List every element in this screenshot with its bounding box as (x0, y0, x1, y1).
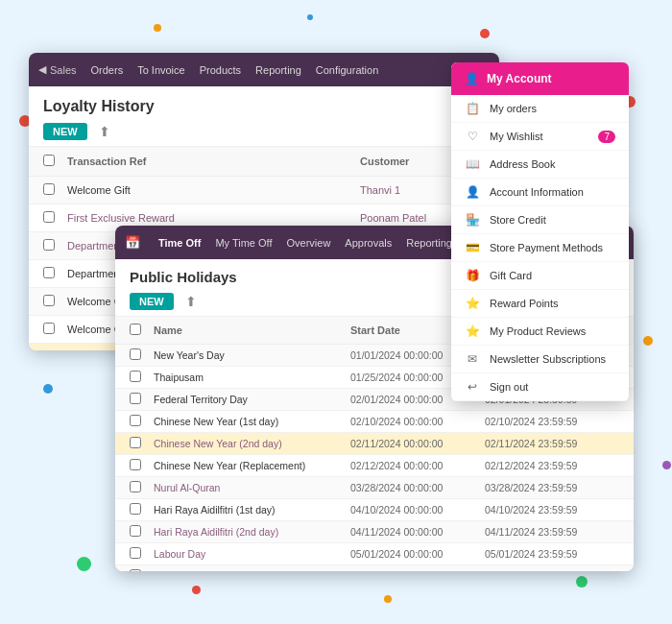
my-account-dropdown: 👤 My Account 📋 My orders ♡ My Wishlist 7… (451, 62, 629, 401)
holidays-select-all-checkbox[interactable] (130, 324, 141, 335)
nav-to-invoice[interactable]: To Invoice (137, 64, 185, 76)
loyalty-new-button[interactable]: NEW (43, 123, 87, 140)
nav-orders[interactable]: Orders (91, 64, 124, 76)
account-header: 👤 My Account (451, 62, 629, 95)
holiday-row-name[interactable]: Hari Raya Aidilfitri (2nd day) (154, 526, 350, 538)
account-menu-label: My orders (490, 103, 615, 114)
holiday-row-checkbox[interactable] (130, 569, 141, 571)
holiday-row-start: 04/11/2024 00:00:00 (350, 526, 485, 538)
holiday-row-checkbox[interactable] (130, 547, 141, 559)
account-menu-item[interactable]: ↩ Sign out (451, 373, 629, 401)
account-menu-item[interactable]: 💳 Store Payment Methods (451, 234, 629, 262)
account-menu-label: My Product Reviews (490, 325, 615, 337)
nav-back-button[interactable]: ◀ Sales (38, 63, 77, 76)
account-menu-item[interactable]: ✉ Newsletter Subscriptions (451, 346, 629, 373)
holiday-row-start: 03/28/2024 00:00:00 (350, 482, 485, 493)
holiday-table-row: Chinese New Year (1st day) 02/10/2024 00… (115, 411, 634, 433)
nav-timeoff-reporting[interactable]: Reporting (406, 237, 452, 249)
row-checkbox[interactable] (43, 211, 55, 223)
row-checkbox[interactable] (43, 183, 55, 195)
loyalty-header: Loyalty History NEW ⬆ (29, 86, 499, 147)
nav-overview[interactable]: Overview (287, 237, 331, 249)
account-header-label: My Account (487, 72, 552, 85)
nav-configuration[interactable]: Configuration (316, 64, 378, 76)
account-menu-icon: ↩ (465, 380, 480, 394)
loyalty-table-header: Transaction Ref Customer (29, 147, 499, 177)
holiday-row-checkbox[interactable] (130, 348, 141, 360)
holiday-row-checkbox[interactable] (130, 525, 141, 537)
row-checkbox[interactable] (43, 295, 55, 306)
nav-timeoff-title[interactable]: Time Off (158, 237, 201, 249)
holiday-row-checkbox[interactable] (130, 503, 141, 515)
holiday-row-checkbox[interactable] (130, 481, 141, 492)
holiday-row-start: 02/12/2024 00:00:00 (350, 460, 485, 471)
loyalty-title: Loyalty History (43, 98, 485, 115)
account-menu-icon: ✉ (465, 352, 480, 366)
back-arrow-icon: ◀ (38, 63, 46, 76)
holiday-row-name[interactable]: Nurul Al-Quran (154, 482, 350, 493)
account-menu: 📋 My orders ♡ My Wishlist 7 📖 Address Bo… (451, 95, 629, 401)
nav-reporting[interactable]: Reporting (255, 64, 301, 76)
holiday-table-row: Chinese New Year (Replacement) 02/12/202… (115, 455, 634, 477)
holiday-row-name: Federal Territory Day (154, 394, 350, 405)
holiday-row-checkbox[interactable] (130, 393, 141, 404)
nav-approvals[interactable]: Approvals (345, 237, 392, 249)
account-menu-item[interactable]: ⭐ My Product Reviews (451, 318, 629, 346)
holiday-row-end: 02/12/2024 23:59:59 (485, 460, 619, 471)
holiday-row-end: 02/11/2024 23:59:59 (485, 438, 619, 449)
account-menu-label: Gift Card (490, 270, 615, 281)
row-checkbox[interactable] (43, 239, 55, 251)
timeoff-new-button[interactable]: NEW (130, 293, 174, 310)
loyalty-col-ref: Transaction Ref (67, 156, 360, 167)
holidays-col-name: Name (154, 324, 350, 336)
account-menu-item[interactable]: 📖 Address Book (451, 151, 629, 179)
holiday-row-end: 04/10/2024 23:59:59 (485, 504, 619, 516)
holiday-row-name: Thaipusam (154, 372, 350, 383)
holiday-row-start: 05/01/2024 00:00:00 (350, 548, 485, 560)
account-menu-icon: 📋 (465, 102, 480, 115)
account-menu-item[interactable]: 📋 My orders (451, 95, 629, 123)
account-menu-icon: ⭐ (465, 297, 480, 310)
account-menu-icon: 📖 (465, 157, 480, 171)
account-menu-item[interactable]: 👤 Account Information (451, 179, 629, 206)
account-menu-label: Account Information (490, 186, 615, 198)
loyalty-upload-button[interactable]: ⬆ (99, 124, 110, 139)
holiday-row-checkbox[interactable] (130, 371, 141, 382)
holiday-row-checkbox[interactable] (130, 459, 141, 470)
account-menu-label: Sign out (490, 381, 615, 393)
timeoff-nav-icon: 📅 (125, 235, 140, 250)
account-menu-icon: ♡ (465, 130, 480, 143)
nav-my-time-off[interactable]: My Time Off (215, 237, 272, 249)
account-menu-item[interactable]: ⭐ Reward Points (451, 290, 629, 318)
nav-sales-label[interactable]: Sales (50, 64, 77, 76)
account-menu-item[interactable]: 🎁 Gift Card (451, 262, 629, 290)
loyalty-select-all-checkbox[interactable] (43, 155, 55, 166)
holiday-table-row: Wesak Day 05/22/2024 00:00:00 05/22/2024… (115, 565, 634, 571)
account-menu-label: Reward Points (490, 298, 615, 309)
holiday-row-name[interactable]: Labour Day (154, 548, 350, 560)
holiday-row-checkbox[interactable] (130, 415, 141, 426)
row-checkbox[interactable] (43, 323, 55, 334)
nav-products[interactable]: Products (200, 64, 241, 76)
holiday-row-start: 04/10/2024 00:00:00 (350, 504, 485, 516)
account-menu-label: Store Payment Methods (490, 242, 615, 253)
holiday-row-start: 02/11/2024 00:00:00 (350, 438, 485, 449)
account-menu-item[interactable]: 🏪 Store Credit (451, 206, 629, 234)
loyalty-row-ref: Welcome Gift (67, 184, 360, 196)
row-checkbox[interactable] (43, 267, 55, 278)
account-menu-item[interactable]: ♡ My Wishlist 7 (451, 123, 629, 151)
account-menu-icon: 💳 (465, 241, 480, 254)
timeoff-upload-button[interactable]: ⬆ (185, 294, 197, 309)
loyalty-row-ref[interactable]: First Exclusive Reward (67, 212, 360, 224)
holiday-table-row: Labour Day 05/01/2024 00:00:00 05/01/202… (115, 543, 634, 565)
account-menu-icon: 🏪 (465, 213, 480, 227)
holiday-row-end: 04/11/2024 23:59:59 (485, 526, 619, 538)
holiday-row-end: 03/28/2024 23:59:59 (485, 482, 619, 493)
holiday-row-name: Hari Raya Aidilfitri (1st day) (154, 504, 350, 516)
loyalty-nav: ◀ Sales Orders To Invoice Products Repor… (29, 53, 499, 86)
holiday-table-row: Hari Raya Aidilfitri (1st day) 04/10/202… (115, 499, 634, 521)
account-menu-badge: 7 (598, 131, 615, 143)
holiday-row-checkbox[interactable] (130, 437, 141, 448)
account-menu-label: Newsletter Subscriptions (490, 353, 615, 365)
holiday-row-name[interactable]: Chinese New Year (2nd day) (154, 438, 350, 449)
